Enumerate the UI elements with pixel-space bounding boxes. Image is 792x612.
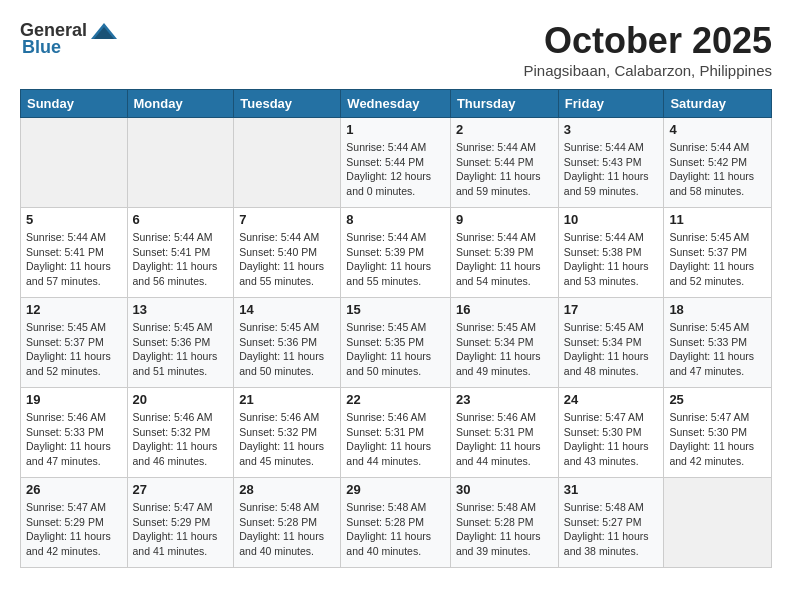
weekday-header-wednesday: Wednesday — [341, 90, 451, 118]
day-number: 2 — [456, 122, 553, 137]
calendar-cell: 10Sunrise: 5:44 AM Sunset: 5:38 PM Dayli… — [558, 208, 664, 298]
day-number: 3 — [564, 122, 659, 137]
calendar-cell — [127, 118, 234, 208]
day-number: 7 — [239, 212, 335, 227]
day-number: 5 — [26, 212, 122, 227]
day-info: Sunrise: 5:45 AM Sunset: 5:36 PM Dayligh… — [133, 320, 229, 379]
weekday-header-friday: Friday — [558, 90, 664, 118]
day-number: 22 — [346, 392, 445, 407]
calendar-cell: 3Sunrise: 5:44 AM Sunset: 5:43 PM Daylig… — [558, 118, 664, 208]
calendar-cell: 28Sunrise: 5:48 AM Sunset: 5:28 PM Dayli… — [234, 478, 341, 568]
calendar-cell: 1Sunrise: 5:44 AM Sunset: 5:44 PM Daylig… — [341, 118, 451, 208]
day-info: Sunrise: 5:45 AM Sunset: 5:36 PM Dayligh… — [239, 320, 335, 379]
calendar-week-row: 5Sunrise: 5:44 AM Sunset: 5:41 PM Daylig… — [21, 208, 772, 298]
calendar-cell: 2Sunrise: 5:44 AM Sunset: 5:44 PM Daylig… — [450, 118, 558, 208]
day-info: Sunrise: 5:44 AM Sunset: 5:38 PM Dayligh… — [564, 230, 659, 289]
calendar-cell: 21Sunrise: 5:46 AM Sunset: 5:32 PM Dayli… — [234, 388, 341, 478]
day-info: Sunrise: 5:46 AM Sunset: 5:31 PM Dayligh… — [456, 410, 553, 469]
weekday-header-sunday: Sunday — [21, 90, 128, 118]
calendar-cell: 20Sunrise: 5:46 AM Sunset: 5:32 PM Dayli… — [127, 388, 234, 478]
calendar-cell: 4Sunrise: 5:44 AM Sunset: 5:42 PM Daylig… — [664, 118, 772, 208]
day-info: Sunrise: 5:47 AM Sunset: 5:29 PM Dayligh… — [26, 500, 122, 559]
calendar-cell — [21, 118, 128, 208]
calendar-cell: 13Sunrise: 5:45 AM Sunset: 5:36 PM Dayli… — [127, 298, 234, 388]
day-info: Sunrise: 5:45 AM Sunset: 5:37 PM Dayligh… — [26, 320, 122, 379]
calendar-cell: 8Sunrise: 5:44 AM Sunset: 5:39 PM Daylig… — [341, 208, 451, 298]
day-info: Sunrise: 5:45 AM Sunset: 5:34 PM Dayligh… — [456, 320, 553, 379]
day-info: Sunrise: 5:44 AM Sunset: 5:44 PM Dayligh… — [456, 140, 553, 199]
day-info: Sunrise: 5:44 AM Sunset: 5:44 PM Dayligh… — [346, 140, 445, 199]
day-info: Sunrise: 5:45 AM Sunset: 5:34 PM Dayligh… — [564, 320, 659, 379]
calendar-cell — [664, 478, 772, 568]
day-number: 25 — [669, 392, 766, 407]
calendar-week-row: 26Sunrise: 5:47 AM Sunset: 5:29 PM Dayli… — [21, 478, 772, 568]
calendar-week-row: 1Sunrise: 5:44 AM Sunset: 5:44 PM Daylig… — [21, 118, 772, 208]
calendar-header-row: SundayMondayTuesdayWednesdayThursdayFrid… — [21, 90, 772, 118]
calendar-cell: 31Sunrise: 5:48 AM Sunset: 5:27 PM Dayli… — [558, 478, 664, 568]
calendar-cell: 7Sunrise: 5:44 AM Sunset: 5:40 PM Daylig… — [234, 208, 341, 298]
day-number: 27 — [133, 482, 229, 497]
calendar-cell: 14Sunrise: 5:45 AM Sunset: 5:36 PM Dayli… — [234, 298, 341, 388]
calendar-cell: 25Sunrise: 5:47 AM Sunset: 5:30 PM Dayli… — [664, 388, 772, 478]
day-info: Sunrise: 5:46 AM Sunset: 5:32 PM Dayligh… — [239, 410, 335, 469]
weekday-header-saturday: Saturday — [664, 90, 772, 118]
calendar-cell: 15Sunrise: 5:45 AM Sunset: 5:35 PM Dayli… — [341, 298, 451, 388]
day-number: 26 — [26, 482, 122, 497]
day-info: Sunrise: 5:48 AM Sunset: 5:28 PM Dayligh… — [346, 500, 445, 559]
day-number: 24 — [564, 392, 659, 407]
day-info: Sunrise: 5:45 AM Sunset: 5:33 PM Dayligh… — [669, 320, 766, 379]
calendar-cell: 24Sunrise: 5:47 AM Sunset: 5:30 PM Dayli… — [558, 388, 664, 478]
day-number: 11 — [669, 212, 766, 227]
calendar-cell: 6Sunrise: 5:44 AM Sunset: 5:41 PM Daylig… — [127, 208, 234, 298]
weekday-header-thursday: Thursday — [450, 90, 558, 118]
calendar-table: SundayMondayTuesdayWednesdayThursdayFrid… — [20, 89, 772, 568]
day-number: 31 — [564, 482, 659, 497]
day-number: 19 — [26, 392, 122, 407]
day-info: Sunrise: 5:45 AM Sunset: 5:37 PM Dayligh… — [669, 230, 766, 289]
day-info: Sunrise: 5:48 AM Sunset: 5:28 PM Dayligh… — [239, 500, 335, 559]
day-info: Sunrise: 5:44 AM Sunset: 5:41 PM Dayligh… — [133, 230, 229, 289]
calendar-cell: 16Sunrise: 5:45 AM Sunset: 5:34 PM Dayli… — [450, 298, 558, 388]
day-number: 18 — [669, 302, 766, 317]
day-info: Sunrise: 5:45 AM Sunset: 5:35 PM Dayligh… — [346, 320, 445, 379]
calendar-week-row: 12Sunrise: 5:45 AM Sunset: 5:37 PM Dayli… — [21, 298, 772, 388]
day-number: 29 — [346, 482, 445, 497]
calendar-cell: 18Sunrise: 5:45 AM Sunset: 5:33 PM Dayli… — [664, 298, 772, 388]
calendar-cell: 11Sunrise: 5:45 AM Sunset: 5:37 PM Dayli… — [664, 208, 772, 298]
logo-icon — [89, 21, 119, 41]
day-number: 16 — [456, 302, 553, 317]
day-number: 10 — [564, 212, 659, 227]
logo: General Blue — [20, 20, 119, 58]
calendar-cell: 12Sunrise: 5:45 AM Sunset: 5:37 PM Dayli… — [21, 298, 128, 388]
day-info: Sunrise: 5:46 AM Sunset: 5:32 PM Dayligh… — [133, 410, 229, 469]
day-info: Sunrise: 5:47 AM Sunset: 5:29 PM Dayligh… — [133, 500, 229, 559]
day-number: 14 — [239, 302, 335, 317]
day-number: 21 — [239, 392, 335, 407]
calendar-cell: 17Sunrise: 5:45 AM Sunset: 5:34 PM Dayli… — [558, 298, 664, 388]
calendar-cell: 5Sunrise: 5:44 AM Sunset: 5:41 PM Daylig… — [21, 208, 128, 298]
day-number: 30 — [456, 482, 553, 497]
weekday-header-tuesday: Tuesday — [234, 90, 341, 118]
day-number: 9 — [456, 212, 553, 227]
title-block: October 2025 Pinagsibaan, Calabarzon, Ph… — [524, 20, 773, 79]
day-number: 28 — [239, 482, 335, 497]
month-title: October 2025 — [524, 20, 773, 62]
day-info: Sunrise: 5:46 AM Sunset: 5:33 PM Dayligh… — [26, 410, 122, 469]
day-number: 23 — [456, 392, 553, 407]
location-text: Pinagsibaan, Calabarzon, Philippines — [524, 62, 773, 79]
calendar-cell: 22Sunrise: 5:46 AM Sunset: 5:31 PM Dayli… — [341, 388, 451, 478]
day-info: Sunrise: 5:44 AM Sunset: 5:42 PM Dayligh… — [669, 140, 766, 199]
day-number: 8 — [346, 212, 445, 227]
calendar-cell: 23Sunrise: 5:46 AM Sunset: 5:31 PM Dayli… — [450, 388, 558, 478]
calendar-cell: 9Sunrise: 5:44 AM Sunset: 5:39 PM Daylig… — [450, 208, 558, 298]
day-number: 20 — [133, 392, 229, 407]
day-info: Sunrise: 5:47 AM Sunset: 5:30 PM Dayligh… — [669, 410, 766, 469]
weekday-header-monday: Monday — [127, 90, 234, 118]
calendar-cell: 29Sunrise: 5:48 AM Sunset: 5:28 PM Dayli… — [341, 478, 451, 568]
calendar-cell — [234, 118, 341, 208]
day-number: 6 — [133, 212, 229, 227]
day-number: 15 — [346, 302, 445, 317]
day-number: 17 — [564, 302, 659, 317]
logo-blue-text: Blue — [22, 37, 61, 58]
day-info: Sunrise: 5:44 AM Sunset: 5:39 PM Dayligh… — [346, 230, 445, 289]
